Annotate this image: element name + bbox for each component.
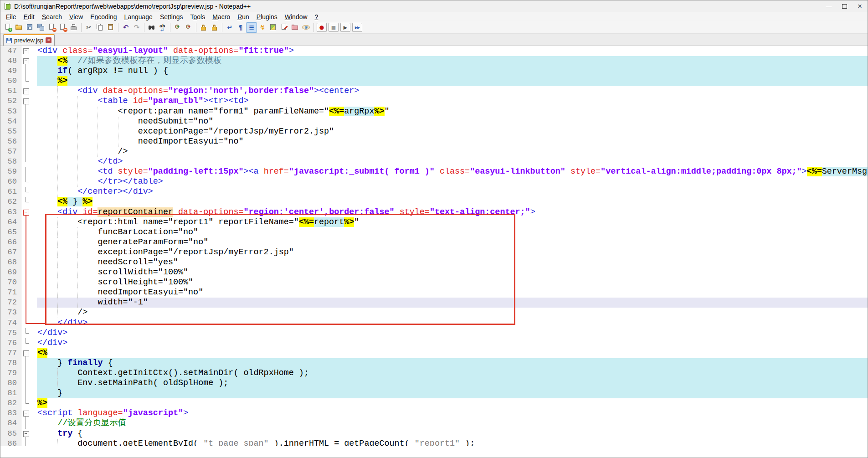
toolbar-redo-button[interactable] bbox=[131, 22, 142, 33]
code-text[interactable]: scrollWidth="100%" bbox=[37, 268, 868, 278]
close-all-icon bbox=[59, 23, 67, 31]
code-text[interactable]: <table id="param_tbl"><tr><td> bbox=[37, 96, 868, 106]
close-button[interactable]: × bbox=[852, 0, 868, 12]
menu-item-search[interactable]: Search bbox=[38, 12, 66, 21]
menu-item-encoding[interactable]: Encoding bbox=[87, 12, 120, 21]
code-text[interactable]: } finally { bbox=[37, 358, 868, 368]
code-text[interactable]: Env.setMainPath( oldSplHome ); bbox=[37, 378, 868, 388]
code-text[interactable]: //设置分页显示值 bbox=[37, 418, 868, 428]
code-editor[interactable]: 47<div class="easyui-layout" data-option… bbox=[0, 46, 868, 446]
toolbar-show-indent-guide-button[interactable] bbox=[246, 22, 257, 33]
code-text[interactable]: <% } %> bbox=[37, 197, 868, 207]
code-text[interactable]: needImportEasyui="no" bbox=[37, 288, 868, 298]
fold-toggle[interactable] bbox=[21, 96, 31, 106]
fold-toggle[interactable] bbox=[21, 46, 31, 56]
code-text[interactable]: %> bbox=[37, 398, 868, 408]
code-text[interactable]: funcBarLocation="no" bbox=[37, 227, 868, 237]
code-text[interactable]: <report:html name="report1" reportFileNa… bbox=[37, 217, 868, 227]
menu-item-plugins[interactable]: Plugins bbox=[253, 12, 281, 21]
menu-item-view[interactable]: View bbox=[66, 12, 87, 21]
code-text[interactable]: <div class="easyui-layout" data-options=… bbox=[37, 46, 868, 56]
toolbar-sync-horizontal-button[interactable] bbox=[209, 22, 220, 33]
toolbar-sync-vertical-button[interactable] bbox=[198, 22, 209, 33]
menu-item-settings[interactable]: Settings bbox=[156, 12, 187, 21]
toolbar-macro-playback-button[interactable] bbox=[340, 23, 350, 32]
code-text[interactable]: </tr></table> bbox=[37, 177, 868, 187]
code-text[interactable]: exceptionPage="/reportJsp/myError2.jsp" bbox=[37, 247, 868, 257]
code-text[interactable]: needImportEasyui="no" bbox=[37, 137, 868, 147]
code-text[interactable]: document.getElementById( "t_page_span" )… bbox=[37, 439, 868, 446]
fold-toggle[interactable] bbox=[21, 429, 31, 439]
toolbar-zoom-out-button[interactable] bbox=[183, 22, 194, 33]
code-text[interactable]: %> bbox=[37, 76, 868, 86]
fold-toggle[interactable] bbox=[21, 348, 31, 358]
toolbar-macro-record-button[interactable] bbox=[317, 23, 327, 32]
toolbar-zoom-in-button[interactable] bbox=[172, 22, 183, 33]
toolbar-open-file-button[interactable] bbox=[14, 22, 25, 33]
menu-item-help[interactable]: ? bbox=[311, 12, 322, 21]
code-text[interactable]: <div data-options="region:'north',border… bbox=[37, 86, 868, 96]
menu-item-edit[interactable]: Edit bbox=[20, 12, 38, 21]
toolbar-print-button[interactable] bbox=[68, 22, 79, 33]
menu-item-language[interactable]: Language bbox=[121, 12, 156, 21]
toolbar-cut-button[interactable] bbox=[83, 22, 94, 33]
code-text[interactable]: needSubmit="no" bbox=[37, 117, 868, 127]
toolbar-new-file-button[interactable] bbox=[3, 22, 14, 33]
toolbar-close-file-button[interactable] bbox=[46, 22, 57, 33]
toolbar-show-all-characters-button[interactable] bbox=[235, 22, 246, 33]
fold-toggle[interactable] bbox=[21, 408, 31, 418]
tab-close-icon[interactable]: ✕ bbox=[46, 37, 51, 43]
code-text[interactable]: width="-1" bbox=[37, 298, 868, 308]
code-text[interactable]: if( argRpx != null ) { bbox=[37, 66, 868, 76]
menu-item-macro[interactable]: Macro bbox=[209, 12, 234, 21]
fold-toggle[interactable] bbox=[21, 207, 31, 217]
maximize-button[interactable] bbox=[837, 0, 852, 12]
fold-margin bbox=[21, 147, 31, 157]
menu-item-tools[interactable]: Tools bbox=[187, 12, 209, 21]
code-text[interactable]: } bbox=[37, 388, 868, 398]
code-text[interactable]: Context.getInitCtx().setMainDir( oldRpxH… bbox=[37, 368, 868, 378]
toolbar-document-map-button[interactable] bbox=[268, 22, 279, 33]
fold-toggle[interactable] bbox=[21, 56, 31, 66]
toolbar-undo-button[interactable] bbox=[120, 22, 131, 33]
toolbar-close-all-button[interactable] bbox=[57, 22, 68, 33]
code-text[interactable]: <div id=reportContainer data-options="re… bbox=[37, 207, 868, 217]
code-text[interactable]: <td style="padding-left:15px"><a href="j… bbox=[37, 167, 868, 177]
code-text[interactable]: try { bbox=[37, 429, 868, 439]
menu-item-file[interactable]: File bbox=[2, 12, 20, 21]
menu-item-run[interactable]: Run bbox=[234, 12, 253, 21]
code-text[interactable]: <report:param name="form1" paramFileName… bbox=[37, 107, 868, 117]
toolbar-document-list-button[interactable] bbox=[279, 22, 290, 33]
code-text[interactable]: </div> bbox=[37, 328, 868, 338]
code-text[interactable]: <% bbox=[37, 348, 868, 358]
code-text[interactable]: </div> bbox=[37, 318, 868, 328]
toolbar-macro-run-multiple-button[interactable] bbox=[352, 23, 362, 32]
code-text[interactable]: scrollHeight="100%" bbox=[37, 278, 868, 288]
toolbar-paste-button[interactable] bbox=[105, 22, 116, 33]
code-text[interactable]: /> bbox=[37, 147, 868, 157]
toolbar-save-all-button[interactable] bbox=[36, 22, 46, 33]
code-text[interactable]: needScroll="yes" bbox=[37, 257, 868, 268]
code-text[interactable]: generateParamForm="no" bbox=[37, 237, 868, 247]
code-text[interactable]: /> bbox=[37, 308, 868, 318]
toolbar-folder-as-workspace-button[interactable] bbox=[290, 22, 301, 33]
toolbar-macro-stop-button[interactable] bbox=[329, 23, 339, 32]
toolbar-monitoring-button[interactable] bbox=[301, 22, 312, 33]
toolbar-replace-button[interactable] bbox=[157, 22, 168, 33]
toolbar-save-file-button[interactable] bbox=[25, 22, 36, 33]
fold-toggle[interactable] bbox=[21, 86, 31, 96]
toolbar-function-list-button[interactable] bbox=[257, 22, 268, 33]
toolbar-find-button[interactable] bbox=[146, 22, 157, 33]
minimize-button[interactable]: — bbox=[821, 0, 837, 12]
toolbar-word-wrap-button[interactable] bbox=[224, 22, 235, 33]
code-text[interactable]: </center></div> bbox=[37, 187, 868, 197]
code-text[interactable]: <% //如果参数模板存在，则显示参数模板 bbox=[37, 56, 868, 66]
code-text[interactable]: exceptionPage="/reportJsp/myError2.jsp" bbox=[37, 127, 868, 137]
code-text[interactable]: </td> bbox=[37, 157, 868, 167]
tab-preview-jsp[interactable]: preview.jsp ✕ bbox=[3, 34, 55, 46]
code-text[interactable]: <script language="javascript"> bbox=[37, 408, 868, 418]
toolbar bbox=[0, 21, 868, 34]
toolbar-copy-button[interactable] bbox=[94, 22, 105, 33]
menu-item-window[interactable]: Window bbox=[281, 12, 311, 21]
code-text[interactable]: </div> bbox=[37, 338, 868, 348]
